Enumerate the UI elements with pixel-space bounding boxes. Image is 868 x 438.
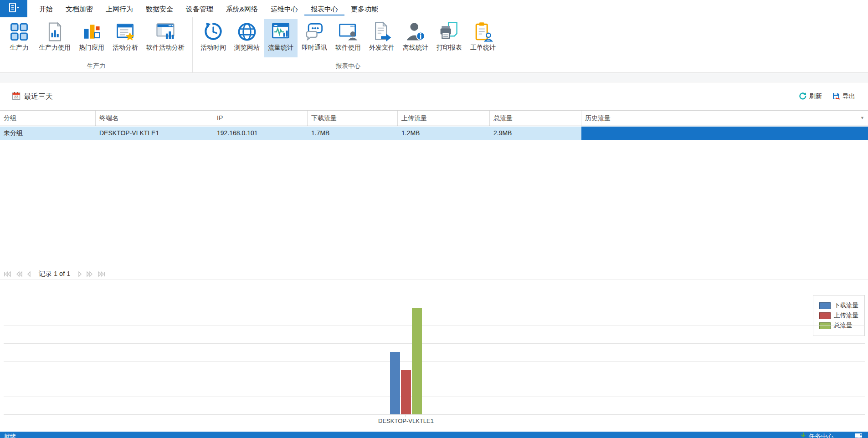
chart-gridline — [4, 361, 865, 362]
legend-swatch-upload — [819, 312, 831, 319]
ribbon-item-activity-time[interactable]: 活动时间 — [196, 19, 230, 57]
tab-device-mgmt[interactable]: 设备管理 — [180, 2, 220, 15]
fast-prev-icon[interactable] — [16, 271, 22, 277]
column-header-history[interactable]: 历史流量 ▼ — [581, 111, 868, 126]
tab-report-center[interactable]: 报表中心 — [304, 2, 344, 15]
table-row[interactable]: 未分组 DESKTOP-VLKTLE1 192.168.0.101 1.7MB … — [0, 127, 868, 140]
calendar-icon: 23 — [12, 92, 21, 102]
toolbar-actions: 刷新 导出 — [799, 92, 855, 102]
column-header-terminal[interactable]: 终端名 — [96, 111, 213, 126]
column-header-upload[interactable]: 上传流量 — [398, 111, 490, 126]
ribbon-item-activity-analysis[interactable]: 活动分析 — [108, 19, 142, 57]
monitor-icon[interactable] — [855, 433, 863, 438]
ribbon-item-label: 活动时间 — [200, 44, 226, 52]
ribbon-item-label: 工单统计 — [470, 44, 496, 52]
ribbon-item-label: 生产力使用 — [39, 44, 71, 52]
traffic-bar-chart: DESKTOP-VLKTLE1 下载流量 上传流量 总流量 — [0, 280, 868, 432]
ribbon-item-label: 热门应用 — [79, 44, 104, 52]
table-header: 分组 终端名 IP 下载流量 上传流量 总流量 历史流量 ▼ — [0, 111, 868, 126]
menu-bar: 开始 文档加密 上网行为 数据安全 设备管理 系统&网络 运维中心 报表中心 更… — [0, 0, 868, 17]
ribbon-item-outgoing-files[interactable]: 外发文件 — [365, 19, 399, 57]
clock-history-icon — [202, 20, 225, 43]
column-header-group[interactable]: 分组 — [0, 111, 96, 126]
window-user-icon — [337, 20, 360, 43]
ribbon-item-instant-messaging[interactable]: 即时通讯 — [298, 19, 331, 57]
ribbon: 生产力 生产力使用 — [0, 17, 868, 73]
chart-gridline — [4, 379, 865, 379]
prev-page-icon[interactable] — [27, 271, 31, 277]
report-list-icon — [7, 2, 21, 15]
refresh-icon — [799, 92, 807, 102]
export-button[interactable]: 导出 — [832, 92, 855, 102]
cell-total: 2.9MB — [490, 127, 581, 140]
traffic-stats-icon — [269, 20, 292, 43]
column-header-total[interactable]: 总流量 — [490, 111, 581, 126]
chevron-down-icon[interactable]: ▼ — [860, 111, 864, 126]
cell-group: 未分组 — [0, 127, 96, 140]
tab-ops-center[interactable]: 运维中心 — [264, 2, 304, 15]
ribbon-item-label: 软件活动分析 — [146, 44, 185, 52]
ribbon-item-productivity[interactable]: 生产力 — [4, 19, 35, 57]
ribbon-group-label-productivity: 生产力 — [2, 61, 190, 72]
export-save-icon — [832, 92, 840, 102]
fast-next-icon[interactable] — [87, 271, 93, 277]
ribbon-group-productivity: 生产力 生产力使用 — [0, 17, 192, 72]
ribbon-item-label: 打印报表 — [437, 44, 462, 52]
first-page-icon[interactable] — [4, 271, 11, 277]
ribbon-item-software-usage[interactable]: 软件使用 — [331, 19, 365, 57]
column-header-ip[interactable]: IP — [213, 111, 308, 126]
ribbon-item-label: 流量统计 — [268, 44, 293, 52]
cell-terminal: DESKTOP-VLKTLE1 — [96, 127, 213, 140]
ribbon-item-ticket-stats[interactable]: 工单统计 — [466, 19, 500, 57]
status-bar: 就绪 任务中心 — [0, 432, 868, 438]
ribbon-group-report-center: 活动时间 浏览网站 — [192, 17, 503, 72]
tab-more-features[interactable]: 更多功能 — [344, 2, 385, 15]
tab-web-behavior[interactable]: 上网行为 — [99, 2, 139, 15]
tab-doc-encryption[interactable]: 文档加密 — [59, 2, 99, 15]
tab-system-network[interactable]: 系统&网络 — [220, 2, 264, 15]
chart-gridline — [4, 326, 865, 326]
ribbon-item-traffic-stats[interactable]: 流量统计 — [264, 19, 298, 57]
legend-item-download: 下载流量 — [819, 301, 862, 310]
ribbon-item-software-activity-analysis[interactable]: 软件活动分析 — [142, 19, 189, 57]
clipboard-user-icon — [472, 20, 494, 43]
document-chart-icon — [43, 20, 66, 43]
globe-icon — [236, 20, 258, 43]
legend-item-upload: 上传流量 — [819, 311, 862, 320]
ribbon-item-label: 软件使用 — [335, 44, 361, 52]
chart-gridline — [4, 308, 865, 308]
ribbon-item-label: 活动分析 — [113, 44, 138, 52]
next-page-icon[interactable] — [78, 271, 82, 277]
ribbon-item-print-reports[interactable]: 打印报表 — [432, 19, 466, 57]
grid-apps-icon — [8, 20, 31, 43]
date-filter-button[interactable]: 23 最近三天 — [12, 92, 53, 102]
ribbon-item-offline-stats[interactable]: 离线统计 — [399, 19, 432, 57]
chart-bar-上传流量 — [401, 370, 411, 414]
date-filter-label: 最近三天 — [24, 92, 53, 102]
refresh-button[interactable]: 刷新 — [799, 92, 822, 102]
app-menu-button[interactable] — [0, 0, 27, 17]
ribbon-item-label: 外发文件 — [369, 44, 395, 52]
cell-download: 1.7MB — [308, 127, 398, 140]
file-send-icon — [370, 20, 393, 43]
svg-text:23: 23 — [14, 95, 19, 99]
tab-start[interactable]: 开始 — [33, 2, 59, 15]
ribbon-item-label: 浏览网站 — [234, 44, 260, 52]
refresh-label: 刷新 — [809, 92, 822, 101]
column-header-download[interactable]: 下载流量 — [308, 111, 398, 126]
tab-data-security[interactable]: 数据安全 — [139, 2, 180, 15]
chart-gridline — [4, 414, 865, 415]
chart-gridline — [4, 343, 865, 344]
cell-upload: 1.2MB — [398, 127, 490, 140]
ribbon-item-hot-apps[interactable]: 热门应用 — [75, 19, 108, 57]
ribbon-item-browse-websites[interactable]: 浏览网站 — [230, 19, 264, 57]
task-center-button[interactable]: 任务中心 — [800, 432, 833, 438]
last-page-icon[interactable] — [98, 271, 105, 277]
window-chart-icon — [154, 20, 177, 43]
ribbon-item-productivity-usage[interactable]: 生产力使用 — [35, 19, 75, 57]
record-count-label: 记录 1 of 1 — [39, 270, 70, 278]
content-toolbar: 23 最近三天 刷新 — [0, 83, 868, 111]
chart-gridline — [4, 397, 865, 397]
app-window: 开始 文档加密 上网行为 数据安全 设备管理 系统&网络 运维中心 报表中心 更… — [0, 0, 868, 438]
ribbon-item-label: 生产力 — [10, 44, 29, 52]
